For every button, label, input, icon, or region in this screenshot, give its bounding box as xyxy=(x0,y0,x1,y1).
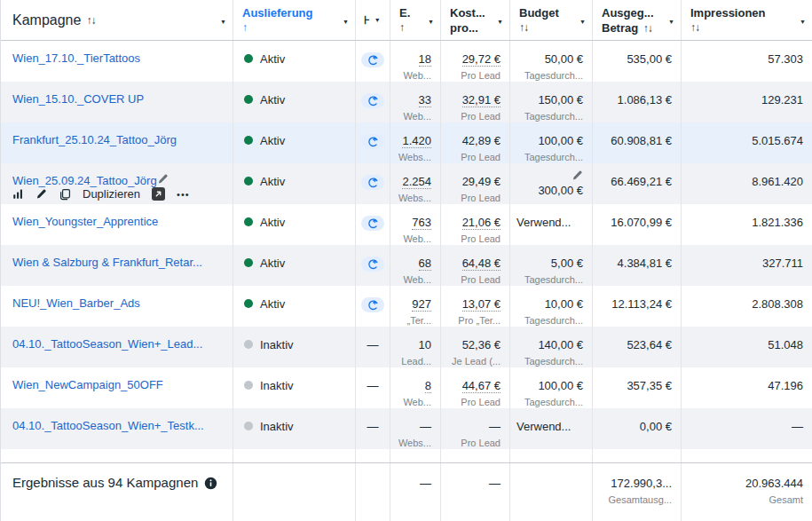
open-in-new-icon[interactable] xyxy=(152,187,165,201)
impressions-value: 129.231 xyxy=(761,93,803,107)
column-header-kosten-pro[interactable]: Kost... pro... ▼ xyxy=(441,0,510,40)
cost-per-result-cell: —Pro Lead xyxy=(441,408,510,449)
chevron-down-icon[interactable]: ▼ xyxy=(220,19,226,26)
results-value[interactable]: 763 xyxy=(412,216,431,230)
chevron-down-icon[interactable]: ▼ xyxy=(668,19,674,26)
impressions-value: 57.303 xyxy=(768,52,803,66)
column-header-auslieferung[interactable]: Auslieferung ↑ ▼ xyxy=(233,0,356,40)
column-label: Budget xyxy=(519,6,585,20)
table-row[interactable]: 04.10._TattooSeason_Wien+_Lead...Inaktiv… xyxy=(1,327,812,367)
cost-value[interactable]: 44,67 € xyxy=(462,379,501,393)
column-label: pro... xyxy=(450,21,502,35)
cost-value[interactable]: 21,06 € xyxy=(462,216,501,230)
cost-value[interactable]: 32,91 € xyxy=(462,93,501,107)
results-cell: —Webs... xyxy=(390,408,441,449)
results-value[interactable]: 8 xyxy=(425,379,431,393)
table-row[interactable]: 04.10._TattooSeason_Wien+_Testk...Inakti… xyxy=(1,408,812,449)
footer-cost-total: — xyxy=(441,463,510,521)
amount-spent-cell: 60.908,81 € xyxy=(593,122,682,163)
attribution-cell: — xyxy=(356,367,390,408)
edit-icon[interactable] xyxy=(35,188,47,200)
edit-budget-icon[interactable] xyxy=(572,170,583,181)
performance-goal-icon[interactable] xyxy=(361,134,384,149)
view-charts-icon[interactable] xyxy=(12,188,24,200)
impressions-value: — xyxy=(792,420,803,433)
column-header-impressionen[interactable]: Impressionen ↑↓ ▼ xyxy=(682,0,812,40)
table-row[interactable]: Wien_NewCampaign_50OFFInaktiv—8Web...44,… xyxy=(1,367,812,408)
amount-spent-value: 12.113,24 € xyxy=(611,297,672,311)
status-label: Inaktiv xyxy=(260,338,294,351)
column-header-budget[interactable]: Budget ↑↓ ▼ xyxy=(510,0,593,40)
campaign-link[interactable]: 04.10._TattooSeason_Wien+_Testk... xyxy=(12,419,204,432)
results-value[interactable]: 1.420 xyxy=(402,134,431,148)
chevron-down-icon[interactable]: ▼ xyxy=(428,19,434,26)
edit-campaign-name-icon[interactable] xyxy=(157,173,169,185)
budget-sub: Tagesdurch... xyxy=(514,152,583,163)
column-header-ausgegebener-betrag[interactable]: Ausgeg... Betrag ↑↓ ▼ xyxy=(593,0,682,40)
table-row[interactable]: Wien_25.09.24_Tattoo_JörgDuplizieren•••A… xyxy=(1,163,812,204)
table-row[interactable]: Frankfurt_25.10.24_Tattoo_JörgAktiv1.420… xyxy=(1,122,812,163)
table-row[interactable]: Wien_Youngster_ApprenticeAktiv763Web...2… xyxy=(1,204,812,245)
cost-value: 29,49 € xyxy=(462,175,501,188)
results-value[interactable]: 2.254 xyxy=(402,175,431,189)
sort-arrows-icon[interactable]: ↑↓ xyxy=(86,14,95,27)
campaign-link[interactable]: Wien_25.09.24_Tattoo_Jörg xyxy=(12,174,157,187)
delivery-cell: Aktiv xyxy=(233,41,356,82)
campaign-link[interactable]: 04.10._TattooSeason_Wien+_Lead... xyxy=(12,337,202,351)
campaign-link[interactable]: Wien_NewCampaign_50OFF xyxy=(12,378,163,391)
campaign-link[interactable]: Frankfurt_25.10.24_Tattoo_Jörg xyxy=(12,133,177,146)
duplicate-label[interactable]: Duplizieren xyxy=(83,187,140,201)
column-header-kampagne[interactable]: Kampagne ↑↓ ▼ xyxy=(1,0,233,40)
status-dot-icon xyxy=(244,258,253,267)
table-row[interactable]: Wien_17.10._TierTattoosAktiv18Web...29,7… xyxy=(1,41,812,82)
cost-value[interactable]: 13,07 € xyxy=(462,297,501,312)
performance-goal-icon[interactable] xyxy=(361,297,384,312)
campaign-link[interactable]: Wien_Youngster_Apprentice xyxy=(12,215,158,228)
chevron-down-icon[interactable]: ▼ xyxy=(374,17,381,24)
results-cell: 68Web... xyxy=(390,245,441,286)
campaign-link[interactable]: Wien & Salzburg & Frankfurt_Retar... xyxy=(12,256,202,269)
results-value[interactable]: 927 xyxy=(412,297,431,312)
sort-arrows-icon[interactable]: ↑↓ xyxy=(519,21,585,35)
chevron-down-icon[interactable]: ▼ xyxy=(343,19,349,26)
sort-arrows-icon[interactable]: ↑↓ xyxy=(690,21,805,35)
results-value[interactable]: 18 xyxy=(419,52,431,67)
results-value[interactable]: 33 xyxy=(419,93,431,107)
sort-asc-icon[interactable]: ↑ xyxy=(242,21,348,35)
results-value[interactable]: 68 xyxy=(419,257,431,271)
footer-spent-total: 172.990,3... Gesamtausg... xyxy=(593,463,682,521)
duplicate-button[interactable] xyxy=(59,188,71,201)
performance-goal-icon[interactable] xyxy=(361,93,384,108)
budget-cell: 50,00 €Tagesdurch... xyxy=(510,41,593,82)
column-label: Kost... xyxy=(450,6,502,20)
chevron-down-icon[interactable]: ▼ xyxy=(800,19,806,26)
attribution-cell xyxy=(356,245,390,286)
cost-sub: Pro Lead xyxy=(445,397,501,408)
chevron-down-icon[interactable]: ▼ xyxy=(579,19,586,26)
impressions-value: 5.015.674 xyxy=(752,134,803,147)
sort-arrows-icon[interactable]: ↑↓ xyxy=(643,22,652,35)
performance-goal-icon[interactable] xyxy=(361,175,384,190)
table-row[interactable]: Wien & Salzburg & Frankfurt_Retar...Akti… xyxy=(1,245,812,286)
campaign-link[interactable]: NEU!_Wien_Barber_Ads xyxy=(12,296,140,310)
column-header-ergebnisse[interactable]: E. ↑ ▼ xyxy=(390,0,441,40)
impressions-cell: 51.048 xyxy=(682,327,812,367)
cost-value[interactable]: 29,72 € xyxy=(462,52,501,67)
chevron-down-icon[interactable]: ▼ xyxy=(497,19,503,26)
column-header-attribution[interactable]: ⊦ ▼ xyxy=(356,0,390,40)
performance-goal-icon[interactable] xyxy=(361,257,384,272)
more-options-button[interactable]: ••• xyxy=(177,189,190,200)
cost-value[interactable]: 64,48 € xyxy=(462,257,501,271)
info-icon[interactable] xyxy=(204,477,217,490)
table-row[interactable]: Wien_15.10._COVER UPAktiv33Web...32,91 €… xyxy=(1,82,812,122)
campaign-link[interactable]: Wien_17.10._TierTattoos xyxy=(12,51,140,65)
performance-goal-icon[interactable] xyxy=(361,216,384,231)
table-header: Kampagne ↑↓ ▼ Auslieferung ↑ ▼ ⊦ ▼ E. ↑ … xyxy=(1,0,812,41)
campaign-link[interactable]: Wien_15.10._COVER UP xyxy=(12,92,144,106)
table-row[interactable]: NEU!_Wien_Barber_AdsAktiv927„Ter...13,07… xyxy=(1,286,812,327)
impressions-cell: 8.961.420 xyxy=(682,163,812,204)
performance-goal-icon[interactable] xyxy=(361,52,384,67)
campaign-cell: Wien_NewCampaign_50OFF xyxy=(1,367,233,408)
row-hover-toolbar: Duplizieren••• xyxy=(12,186,190,201)
cost-sub: Pro Lead xyxy=(445,274,501,286)
